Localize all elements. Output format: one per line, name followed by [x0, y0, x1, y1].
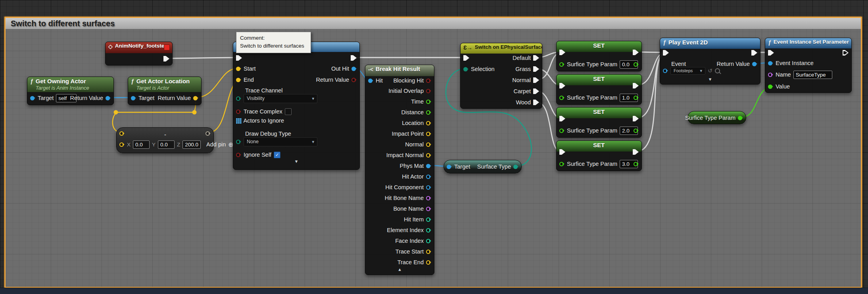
data-pin[interactable]	[119, 131, 125, 136]
exec-out-pin[interactable]	[533, 55, 539, 61]
event-instance-set-parameter-node[interactable]: ƒEvent Instance Set ParameterEvent Insta…	[765, 38, 852, 93]
exec-out-pin[interactable]	[351, 55, 357, 61]
exec-in-pin[interactable]	[559, 116, 565, 121]
ignore-self-pin[interactable]	[236, 153, 241, 157]
chevron-down-icon[interactable]: ▾	[233, 159, 359, 164]
data-pin[interactable]	[119, 142, 125, 147]
chevron-up-icon[interactable]: ▴	[365, 267, 434, 272]
hit-bone-name-pin[interactable]	[426, 196, 431, 200]
target-pin[interactable]	[131, 96, 136, 100]
array-pin-icon[interactable]	[236, 118, 238, 120]
line-trace-node[interactable]: ▾StartOut HitEndReturn ValueTrace Channe…	[233, 42, 360, 170]
element-index-pin[interactable]	[426, 228, 431, 233]
hit-actor-pin[interactable]	[426, 175, 431, 179]
exec-out-pin[interactable]	[163, 56, 169, 61]
data-pin[interactable]	[634, 129, 639, 133]
trace-complex-checkbox[interactable]	[285, 108, 292, 115]
blocking-hit-pin[interactable]	[426, 79, 431, 83]
trace-complex-pin[interactable]	[236, 110, 241, 114]
impact-point-pin[interactable]	[426, 132, 431, 136]
data-pin[interactable]	[205, 131, 211, 136]
exec-out-pin[interactable]	[533, 100, 539, 105]
break-hit-result-node[interactable]: -<Break Hit Result▴HitBlocking HitInitia…	[365, 65, 434, 275]
phys-mat-pin[interactable]	[426, 164, 431, 168]
target-pin[interactable]	[30, 96, 35, 100]
impact-normal-pin[interactable]	[426, 153, 431, 158]
surfice-type-param-pin[interactable]	[738, 116, 743, 120]
exec-in-pin[interactable]	[559, 149, 565, 155]
footsteps-dropdown[interactable]: Footsteps▾	[670, 67, 705, 75]
reset-icon[interactable]: ↺	[708, 67, 712, 74]
data-pin[interactable]	[634, 162, 639, 166]
hit-item-pin[interactable]	[426, 217, 431, 222]
vector-subtract-node[interactable]: -X0.0Y0.0Z200.0Add pin⊕	[116, 127, 214, 153]
none-dropdown[interactable]: None▾	[244, 137, 317, 146]
exec-out-pin[interactable]	[633, 116, 639, 121]
vector-component-field[interactable]: 0.0	[133, 140, 150, 149]
return-value-pin[interactable]	[351, 78, 357, 82]
bone-name-pin[interactable]	[426, 207, 431, 211]
exec-out-pin[interactable]	[633, 149, 639, 155]
add-pin-label[interactable]: Add pin	[206, 141, 226, 148]
switch-on-ephysicalsurface-node[interactable]: Ɛ→Switch on EPhysicalSurfaceSelectionDef…	[460, 43, 542, 109]
return-value-pin[interactable]	[752, 62, 757, 66]
exec-in-pin[interactable]	[768, 50, 774, 56]
vector-component-field[interactable]: 200.0	[182, 140, 201, 149]
target-pin[interactable]	[447, 165, 452, 169]
exec-in-pin[interactable]	[463, 55, 469, 61]
ignore-self-checkbox[interactable]: ✓	[274, 152, 280, 158]
hit-pin[interactable]	[368, 79, 373, 83]
initial-overlap-pin[interactable]	[426, 89, 431, 93]
blueprint-graph-canvas[interactable]: Switch to different surfaces ◇AnimNotify…	[0, 0, 868, 294]
data-pin[interactable]	[634, 62, 639, 67]
distance-pin[interactable]	[426, 110, 431, 115]
exec-in-pin[interactable]	[663, 50, 669, 56]
trace-start-pin[interactable]	[426, 250, 431, 254]
exec-in-pin[interactable]	[236, 55, 242, 61]
out-hit-pin[interactable]	[351, 67, 357, 71]
data-pin[interactable]	[236, 140, 241, 144]
notify-red-badge[interactable]	[164, 44, 170, 50]
value-pin[interactable]	[768, 85, 773, 89]
selection-pin[interactable]	[463, 67, 469, 71]
get-owning-actor-node[interactable]: ƒGet Owning ActorTarget is Anim Instance…	[27, 77, 114, 105]
get-surface-type-node[interactable]: TargetSurface Type	[444, 160, 522, 173]
start-pin[interactable]	[236, 67, 241, 71]
data-pin[interactable]	[634, 96, 639, 100]
return-value-pin[interactable]	[106, 96, 111, 100]
exec-in-pin[interactable]	[559, 50, 565, 55]
data-pin[interactable]	[236, 96, 241, 101]
vector-component-field[interactable]: 0.0	[158, 140, 175, 149]
time-pin[interactable]	[426, 100, 431, 104]
exec-out-pin[interactable]	[633, 83, 639, 88]
set-surface-type-param-node-2[interactable]: SETSurfice Type Param1.0	[556, 74, 642, 105]
search-icon[interactable]	[715, 68, 720, 73]
exec-out-pin[interactable]	[533, 66, 539, 72]
chevron-down-icon[interactable]: ▾	[660, 77, 760, 82]
end-pin[interactable]	[236, 78, 241, 82]
visibility-dropdown[interactable]: Visibility▾	[244, 94, 317, 103]
get-actor-location-node[interactable]: ƒGet Actor LocationTarget is ActorTarget…	[128, 77, 202, 105]
set-surface-type-param-node-3[interactable]: SETSurfice Type Param2.0	[556, 107, 642, 138]
surfice-type-param-pin[interactable]	[559, 129, 565, 133]
return-value-pin[interactable]	[193, 96, 198, 100]
surfice-type-param-pin[interactable]	[559, 62, 565, 67]
anim-notify-footstep-node[interactable]: ◇AnimNotify_footstep	[105, 42, 173, 65]
exec-in-pin[interactable]	[559, 83, 565, 88]
location-pin[interactable]	[426, 121, 431, 125]
surface-type-pin[interactable]	[513, 165, 518, 169]
data-pin[interactable]	[663, 69, 668, 73]
event-instance-pin[interactable]	[768, 61, 773, 65]
hit-component-pin[interactable]	[426, 185, 431, 190]
exec-out-pin[interactable]	[633, 50, 639, 55]
comment-title-bar[interactable]: Switch to different surfaces	[6, 18, 861, 29]
surfice-type-param-pin[interactable]	[559, 162, 565, 166]
exec-out-pin[interactable]	[533, 88, 539, 94]
surfice-type-param-pin[interactable]	[559, 96, 565, 100]
normal-pin[interactable]	[426, 142, 431, 147]
set-surface-type-param-node-4[interactable]: SETSurfice Type Param3.0	[556, 140, 642, 171]
name-field[interactable]: SurfaceType	[793, 71, 832, 79]
face-index-pin[interactable]	[426, 239, 431, 243]
exec-out-pin[interactable]	[533, 77, 539, 83]
exec-out-pin[interactable]	[751, 50, 757, 56]
